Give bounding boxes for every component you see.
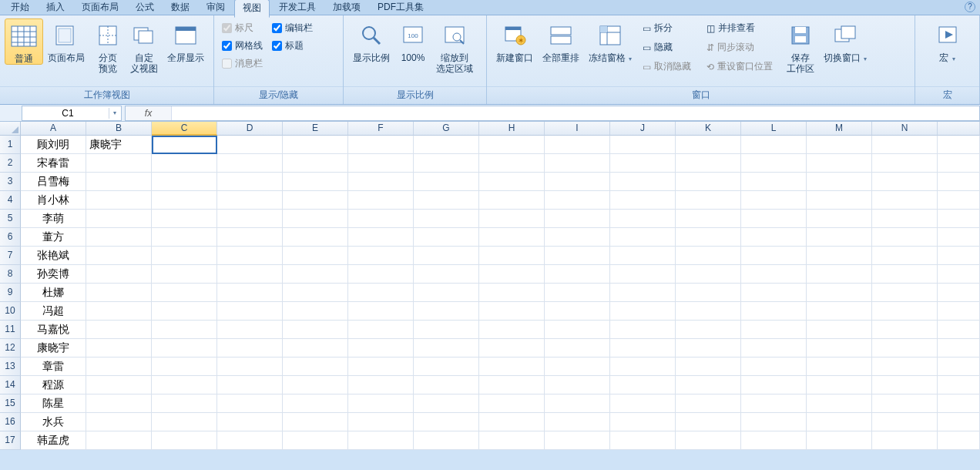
cell-I8[interactable] xyxy=(545,265,610,284)
cell-I17[interactable] xyxy=(545,431,610,450)
cell-B14[interactable] xyxy=(86,376,152,394)
cell-A8[interactable]: 孙奕博 xyxy=(21,265,86,284)
cell-G15[interactable] xyxy=(414,394,479,413)
column-header-A[interactable]: A xyxy=(21,122,86,136)
cell-B13[interactable] xyxy=(86,358,152,376)
cell-I7[interactable] xyxy=(545,247,610,265)
cell-A4[interactable]: 肖小林 xyxy=(21,191,86,210)
cell-B6[interactable] xyxy=(86,228,152,247)
formula-bar[interactable]: fx xyxy=(125,106,980,121)
split-button[interactable]: ▭拆分 xyxy=(639,20,694,36)
row-header-13[interactable]: 13 xyxy=(0,358,21,376)
cell-M12[interactable] xyxy=(807,339,872,358)
name-box-dropdown[interactable]: ▾ xyxy=(109,108,119,119)
cell-M14[interactable] xyxy=(807,376,872,394)
cell-K17[interactable] xyxy=(676,431,741,450)
cell-J7[interactable] xyxy=(610,247,676,265)
zoom-to-selection-button[interactable]: 缩放到 选定区域 xyxy=(431,18,478,74)
cell-J16[interactable] xyxy=(610,413,676,431)
cell-I9[interactable] xyxy=(545,284,610,302)
row-header-6[interactable]: 6 xyxy=(0,228,21,247)
cell-E7[interactable] xyxy=(283,247,348,265)
cell-M17[interactable] xyxy=(807,431,872,450)
cell-G7[interactable] xyxy=(414,247,479,265)
cell-E3[interactable] xyxy=(283,173,348,191)
checkbox-headings[interactable]: 标题 xyxy=(272,39,313,52)
cell-H15[interactable] xyxy=(479,394,545,413)
cell-B7[interactable] xyxy=(86,247,152,265)
view-page-layout-button[interactable]: 页面布局 xyxy=(43,18,89,63)
cell-C8[interactable] xyxy=(152,265,217,284)
cell-G9[interactable] xyxy=(414,284,479,302)
cell-I10[interactable] xyxy=(545,302,610,321)
cell-N13[interactable] xyxy=(872,358,938,376)
cell-C5[interactable] xyxy=(152,210,217,228)
cell-F17[interactable] xyxy=(348,431,414,450)
cell-M8[interactable] xyxy=(807,265,872,284)
row-header-4[interactable]: 4 xyxy=(0,191,21,210)
cell-G3[interactable] xyxy=(414,173,479,191)
cell-M1[interactable] xyxy=(807,136,872,154)
cell-A13[interactable]: 章雷 xyxy=(21,358,86,376)
cell-A1[interactable]: 顾刘明 xyxy=(21,136,86,154)
name-box-input[interactable] xyxy=(22,108,121,119)
cell-C3[interactable] xyxy=(152,173,217,191)
row-header-10[interactable]: 10 xyxy=(0,302,21,321)
cell-G16[interactable] xyxy=(414,413,479,431)
switch-windows-button[interactable]: 切换窗口 ▾ xyxy=(819,18,871,65)
cell-J17[interactable] xyxy=(610,431,676,450)
view-custom-views-button[interactable]: 自定 义视图 xyxy=(126,18,163,74)
column-header-J[interactable]: J xyxy=(610,122,676,136)
cell-F15[interactable] xyxy=(348,394,414,413)
cell-D1[interactable] xyxy=(217,136,283,154)
tab-formulas[interactable]: 公式 xyxy=(128,0,162,16)
cell-J8[interactable] xyxy=(610,265,676,284)
cell-F8[interactable] xyxy=(348,265,414,284)
row-header-3[interactable]: 3 xyxy=(0,173,21,191)
cell-B1[interactable]: 康晓宇 xyxy=(86,136,152,154)
row-header-15[interactable]: 15 xyxy=(0,394,21,413)
cell-L15[interactable] xyxy=(741,394,807,413)
cell-D8[interactable] xyxy=(217,265,283,284)
cell-L9[interactable] xyxy=(741,284,807,302)
cell-J12[interactable] xyxy=(610,339,676,358)
cell-B8[interactable] xyxy=(86,265,152,284)
cell-L11[interactable] xyxy=(741,321,807,339)
cell-G13[interactable] xyxy=(414,358,479,376)
help-icon[interactable]: ? xyxy=(965,2,975,12)
select-all-corner[interactable] xyxy=(0,122,21,136)
cell-I3[interactable] xyxy=(545,173,610,191)
cell-H8[interactable] xyxy=(479,265,545,284)
cell-A7[interactable]: 张艳斌 xyxy=(21,247,86,265)
cell-J14[interactable] xyxy=(610,376,676,394)
cell-G12[interactable] xyxy=(414,339,479,358)
cell-J11[interactable] xyxy=(610,321,676,339)
cell-I2[interactable] xyxy=(545,154,610,173)
tab-view[interactable]: 视图 xyxy=(234,0,270,18)
macros-button[interactable]: 宏 ▾ xyxy=(929,18,966,65)
cell-N4[interactable] xyxy=(872,191,938,210)
cell-J3[interactable] xyxy=(610,173,676,191)
cell-M5[interactable] xyxy=(807,210,872,228)
cell-L12[interactable] xyxy=(741,339,807,358)
row-header-8[interactable]: 8 xyxy=(0,265,21,284)
column-header-I[interactable]: I xyxy=(545,122,610,136)
cell-F5[interactable] xyxy=(348,210,414,228)
cell-F12[interactable] xyxy=(348,339,414,358)
cell-H16[interactable] xyxy=(479,413,545,431)
cell-A10[interactable]: 冯超 xyxy=(21,302,86,321)
cell-F13[interactable] xyxy=(348,358,414,376)
cell-D14[interactable] xyxy=(217,376,283,394)
cell-I14[interactable] xyxy=(545,376,610,394)
cell-F14[interactable] xyxy=(348,376,414,394)
cell-K3[interactable] xyxy=(676,173,741,191)
cell-I1[interactable] xyxy=(545,136,610,154)
cell-A2[interactable]: 宋春雷 xyxy=(21,154,86,173)
arrange-all-button[interactable]: 全部重排 xyxy=(538,18,584,63)
cell-N2[interactable] xyxy=(872,154,938,173)
tab-page-layout[interactable]: 页面布局 xyxy=(74,0,126,16)
cell-F9[interactable] xyxy=(348,284,414,302)
cell-L8[interactable] xyxy=(741,265,807,284)
cell-L17[interactable] xyxy=(741,431,807,450)
cell-E8[interactable] xyxy=(283,265,348,284)
